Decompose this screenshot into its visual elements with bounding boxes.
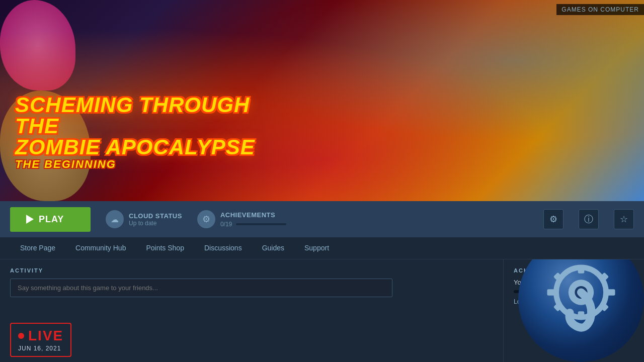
cloud-status-value: Up to date [129,220,182,227]
achievements-value: 0/19 [220,221,232,228]
settings-button[interactable]: ⚙ [543,209,564,229]
activity-section: ACTIVITY LIVE JUN 16, 2021 [0,259,503,362]
svg-rect-6 [607,289,615,296]
games-on-computer-label: GAMES ON COMPUTER [556,4,644,15]
steam-logo-overlay [518,259,644,362]
steam-logo-svg [536,259,626,344]
live-badge: LIVE [18,328,63,344]
nav-tabs: Store Page Community Hub Points Shop Dis… [0,237,644,259]
live-dot-icon [18,333,24,339]
cloud-status-info: CLOUD STATUS Up to date [129,212,182,227]
tab-points-shop[interactable]: Points Shop [136,237,194,259]
svg-rect-3 [578,265,585,274]
game-title-overlay: Scheming Through The Zombie Apocalypse T… [15,95,257,171]
live-overlay: LIVE JUN 16, 2021 [10,323,71,357]
play-icon [26,215,34,224]
tab-discussions[interactable]: Discussions [194,237,252,259]
achievements-label: ACHIEVEMENTS [220,211,286,219]
content-area: ACTIVITY LIVE JUN 16, 2021 ACHIEVEMENTS … [0,259,644,362]
game-title-line1: Scheming Through The [15,95,257,137]
play-label: PLAY [39,214,64,225]
favorite-button[interactable]: ☆ [614,209,634,229]
achievements-icon: ⚙ [197,210,215,228]
tab-store-page[interactable]: Store Page [10,237,65,259]
achievements-status-item: ⚙ ACHIEVEMENTS 0/19 [197,210,286,228]
action-bar: PLAY ☁ CLOUD STATUS Up to date ⚙ ACHIEVE… [0,201,644,237]
tab-support[interactable]: Support [294,237,339,259]
play-button[interactable]: PLAY [10,207,91,232]
cloud-icon: ☁ [106,210,124,228]
live-date: JUN 16, 2021 [18,345,63,352]
info-button[interactable]: ⓘ [579,209,599,229]
game-subtitle: The Beginning [15,158,257,171]
achievements-progress-bar [236,223,286,225]
activity-title: ACTIVITY [10,267,493,274]
achievements-info: ACHIEVEMENTS 0/19 [220,211,286,228]
cloud-status-label: CLOUD STATUS [129,212,182,220]
live-text: LIVE [28,328,63,344]
activity-input[interactable] [10,279,392,297]
tab-guides[interactable]: Guides [252,237,294,259]
game-title-line2: Zombie Apocalypse [15,137,257,158]
tab-community-hub[interactable]: Community Hub [65,237,136,259]
steam-logo-background [518,259,644,362]
cloud-status-item: ☁ CLOUD STATUS Up to date [106,210,182,228]
hero-banner: GAMES ON COMPUTER Scheming Through The Z… [0,0,644,201]
svg-rect-4 [578,311,585,319]
svg-rect-5 [547,289,555,296]
